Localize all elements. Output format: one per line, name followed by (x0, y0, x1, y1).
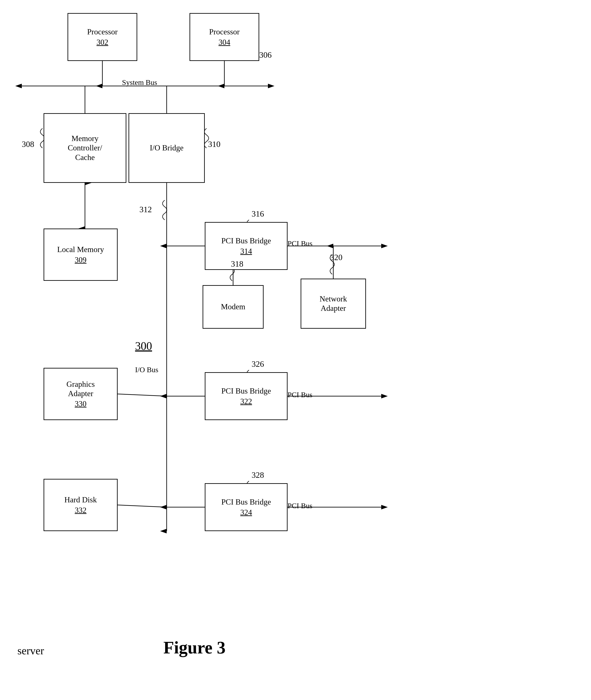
ref-300: 300 (135, 339, 152, 353)
ref-316: 316 (252, 209, 264, 219)
graphics-adapter-label: GraphicsAdapter (66, 380, 95, 398)
pci-bridge-322-box: PCI Bus Bridge 322 (205, 372, 287, 420)
graphics-adapter-num: 330 (75, 399, 86, 408)
pci-bridge-324-label: PCI Bus Bridge (221, 497, 271, 507)
ref-328: 328 (252, 470, 264, 480)
processor-304-box: Processor 304 (190, 13, 259, 61)
pci-bridge-324-num: 324 (240, 508, 252, 517)
io-bridge-box: I/O Bridge (129, 113, 205, 183)
ref-310: 310 (208, 139, 220, 149)
figure-label: Figure 3 (163, 638, 225, 657)
pci-bridge-322-num: 322 (240, 397, 252, 406)
server-label: server (17, 644, 44, 657)
local-memory-num: 309 (75, 255, 86, 264)
ref-308: 308 (22, 139, 34, 149)
hard-disk-num: 332 (75, 505, 86, 515)
memory-controller-box: MemoryController/Cache (44, 113, 126, 183)
diagram-lines (0, 0, 591, 700)
memory-controller-label: MemoryController/Cache (68, 134, 102, 162)
pci-bridge-322-label: PCI Bus Bridge (221, 386, 271, 396)
pci-bus-326-label: PCI Bus (287, 391, 312, 399)
pci-bridge-314-num: 314 (240, 247, 252, 256)
svg-line-18 (118, 394, 167, 396)
pci-bus-316-label: PCI Bus (287, 239, 312, 248)
modem-box: Modem (203, 285, 264, 329)
pci-bridge-324-box: PCI Bus Bridge 324 (205, 483, 287, 531)
local-memory-label: Local Memory (57, 245, 104, 254)
pci-bridge-314-label: PCI Bus Bridge (221, 236, 271, 245)
svg-line-21 (118, 505, 167, 507)
processor-304-num: 304 (218, 37, 230, 47)
hard-disk-box: Hard Disk 332 (44, 479, 118, 531)
system-bus-label: System Bus (122, 78, 157, 87)
network-adapter-label: NetworkAdapter (320, 294, 347, 313)
ref-318: 318 (231, 259, 243, 268)
processor-304-label: Processor (209, 27, 240, 36)
hard-disk-label: Hard Disk (64, 495, 97, 504)
network-adapter-box: NetworkAdapter (301, 279, 366, 329)
graphics-adapter-box: GraphicsAdapter 330 (44, 368, 118, 420)
processor-302-num: 302 (96, 37, 108, 47)
processor-302-box: Processor 302 (68, 13, 137, 61)
ref-326: 326 (252, 359, 264, 369)
io-bus-label: I/O Bus (135, 366, 158, 374)
modem-label: Modem (221, 302, 245, 311)
ref-320: 320 (330, 252, 342, 262)
pci-bridge-314-box: PCI Bus Bridge 314 (205, 222, 287, 270)
ref-312: 312 (139, 205, 152, 214)
diagram: Processor 302 Processor 304 306 System B… (0, 0, 591, 700)
pci-bus-328-label: PCI Bus (287, 502, 312, 510)
ref-306: 306 (259, 50, 272, 60)
local-memory-box: Local Memory 309 (44, 229, 118, 281)
io-bridge-label: I/O Bridge (150, 143, 184, 153)
processor-302-label: Processor (87, 27, 118, 36)
